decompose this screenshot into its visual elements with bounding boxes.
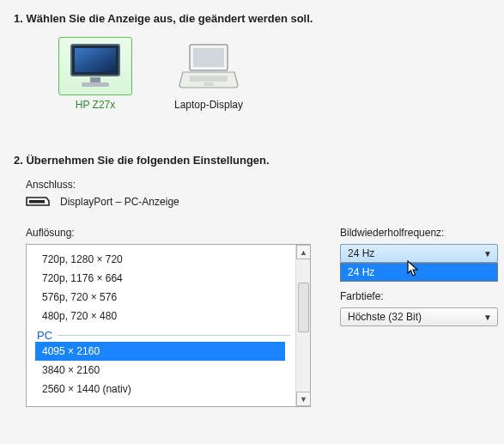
display-picker: HP Z27x Laptop-Display [58, 37, 490, 111]
resolution-item[interactable]: 720p, 1176 × 664 [27, 269, 295, 288]
display-item-hp-z27x[interactable]: HP Z27x [58, 37, 132, 111]
chevron-down-icon: ▼ [483, 313, 492, 322]
scroll-thumb[interactable] [298, 283, 309, 332]
monitor-icon [58, 37, 132, 95]
scroll-up-button[interactable]: ▲ [296, 245, 311, 259]
refresh-current: 24 Hz [348, 247, 374, 259]
refresh-dropdown[interactable]: 24 Hz [340, 263, 498, 282]
display-label: HP Z27x [76, 99, 115, 111]
scrollbar[interactable]: ▲ ▼ [295, 245, 310, 406]
colordepth-current: Höchste (32 Bit) [348, 311, 422, 323]
step1-heading: 1. Wählen Sie die Anzeige aus, die geänd… [14, 12, 490, 25]
svg-rect-5 [193, 48, 224, 67]
colordepth-label: Farbtiefe: [340, 290, 498, 302]
refresh-label: Bildwiederholfrequenz: [340, 227, 498, 239]
laptop-icon [172, 37, 246, 95]
refresh-option[interactable]: 24 Hz [341, 264, 497, 281]
chevron-down-icon: ▼ [483, 249, 492, 258]
connector-label: Anschluss: [26, 179, 490, 191]
svg-rect-8 [29, 200, 45, 204]
resolution-label: Auflösung: [26, 227, 311, 239]
resolution-item[interactable]: 480p, 720 × 480 [27, 307, 295, 325]
svg-rect-2 [90, 77, 100, 82]
refresh-rate-combobox[interactable]: 24 Hz ▼ [340, 244, 498, 263]
color-depth-combobox[interactable]: Höchste (32 Bit) ▼ [340, 307, 498, 326]
connector-value: DisplayPort – PC-Anzeige [60, 196, 179, 208]
resolution-item[interactable]: 576p, 720 × 576 [27, 288, 295, 307]
svg-rect-1 [75, 48, 116, 72]
svg-rect-3 [82, 82, 109, 87]
svg-rect-7 [203, 82, 214, 86]
display-label: Laptop-Display [174, 99, 243, 111]
displayport-icon [26, 196, 50, 208]
resolution-listbox[interactable]: 720p, 1280 × 720 720p, 1176 × 664 576p, … [26, 244, 311, 407]
resolution-group-pc: PC [27, 329, 295, 342]
step2-heading: 2. Übernehmen Sie die folgenden Einstell… [14, 154, 490, 167]
svg-rect-6 [190, 76, 228, 82]
resolution-item[interactable]: 4095 × 2160 [35, 342, 285, 361]
resolution-item[interactable]: 720p, 1280 × 720 [27, 250, 295, 269]
resolution-item[interactable]: 3840 × 2160 [27, 361, 295, 380]
scroll-down-button[interactable]: ▼ [296, 392, 311, 406]
display-item-laptop[interactable]: Laptop-Display [172, 37, 246, 111]
resolution-item[interactable]: 2560 × 1440 (nativ) [27, 380, 295, 398]
